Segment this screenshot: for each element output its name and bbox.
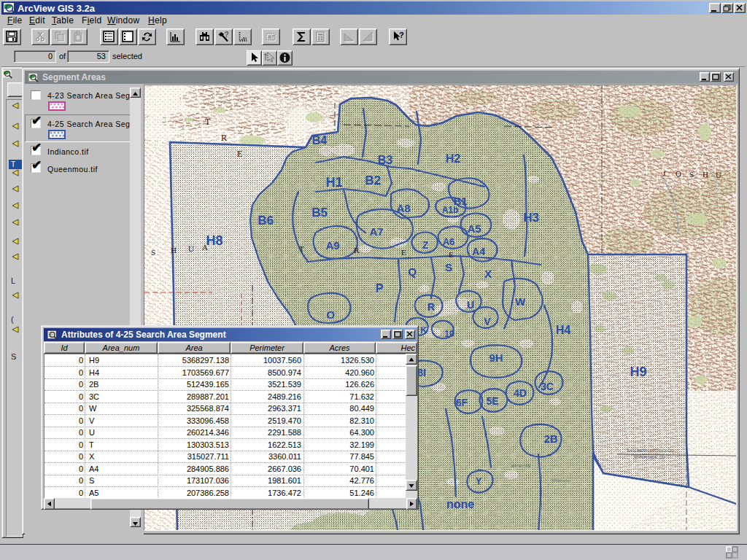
svg-text:W: W: [515, 295, 526, 308]
svg-text:A1b: A1b: [442, 205, 459, 215]
svg-text:E: E: [237, 149, 242, 159]
svg-text:T: T: [11, 160, 15, 168]
svg-text:H9: H9: [630, 365, 646, 379]
svg-text:H3: H3: [523, 211, 539, 225]
svg-text:B5: B5: [311, 206, 328, 219]
svg-text:3C: 3C: [541, 381, 554, 392]
svg-text:5E: 5E: [486, 395, 498, 407]
svg-text:S: S: [689, 170, 694, 179]
svg-text:H: H: [171, 246, 177, 254]
svg-text:ANTELOPE: ANTELOPE: [511, 464, 531, 468]
svg-text:A5: A5: [467, 222, 481, 235]
svg-text:A7: A7: [369, 225, 383, 238]
svg-text:B2: B2: [365, 174, 381, 187]
svg-text:A9: A9: [325, 239, 339, 252]
svg-text:P: P: [376, 282, 384, 295]
svg-text:Q: Q: [408, 265, 417, 278]
svg-text:Wilderness: Wilderness: [551, 478, 570, 483]
svg-text:Z: Z: [422, 239, 429, 251]
svg-text:H1: H1: [325, 175, 342, 190]
svg-text:A8: A8: [396, 202, 410, 214]
svg-text:none: none: [446, 498, 474, 510]
svg-text:S: S: [151, 248, 155, 257]
svg-text:RIVERSIDE CO: RIVERSIDE CO: [634, 455, 665, 459]
svg-text:6F: 6F: [456, 397, 468, 408]
svg-text:4D: 4D: [514, 387, 527, 399]
svg-text:X: X: [484, 268, 492, 280]
svg-text:9H: 9H: [489, 351, 503, 364]
svg-text:R: R: [354, 246, 360, 254]
svg-text:Y: Y: [476, 475, 482, 486]
svg-text:A6: A6: [443, 236, 455, 247]
svg-text:H2: H2: [446, 152, 461, 165]
svg-text:J: J: [662, 169, 666, 178]
svg-text:(: (: [11, 315, 14, 324]
svg-text:O: O: [326, 308, 335, 321]
svg-text:U: U: [188, 244, 194, 253]
svg-text:E: E: [401, 248, 406, 257]
svg-text:T: T: [299, 244, 304, 253]
svg-text:S: S: [11, 352, 16, 361]
svg-text:10: 10: [444, 329, 454, 339]
svg-text:L: L: [11, 276, 15, 285]
svg-text:U: U: [467, 299, 474, 311]
svg-text:S: S: [445, 261, 452, 273]
svg-text:A: A: [202, 243, 208, 252]
svg-text:T: T: [205, 117, 211, 127]
svg-text:K: K: [420, 324, 427, 335]
svg-text:O: O: [676, 169, 681, 178]
svg-text:2B: 2B: [543, 432, 557, 445]
svg-text:B6: B6: [258, 214, 274, 228]
svg-text:R: R: [221, 133, 227, 143]
svg-text:H4: H4: [556, 324, 571, 336]
svg-text:B3: B3: [378, 154, 393, 166]
svg-text:V: V: [484, 316, 491, 327]
svg-text:?: ?: [399, 31, 404, 39]
svg-text:B4: B4: [312, 134, 328, 147]
svg-text:R: R: [427, 301, 435, 313]
svg-text:?: ?: [225, 31, 229, 39]
svg-text:H: H: [703, 170, 708, 179]
svg-text:U: U: [716, 171, 721, 179]
svg-text:H8: H8: [206, 233, 222, 248]
svg-text:A4: A4: [472, 246, 485, 257]
svg-text:SAN BERNARDINO CO: SAN BERNARDINO CO: [627, 448, 674, 453]
svg-text:E: E: [449, 250, 454, 259]
